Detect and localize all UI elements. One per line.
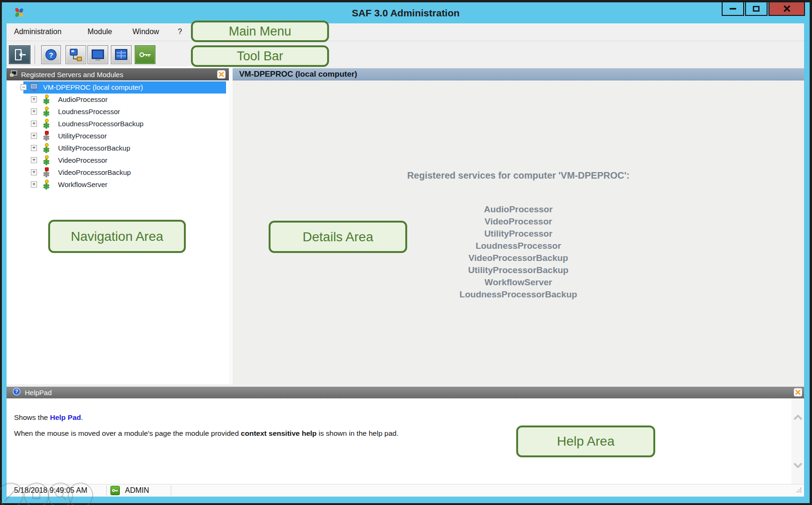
service-name: AudioProcessor <box>233 203 804 216</box>
expand-expander-icon[interactable]: + <box>31 181 37 188</box>
help-text: Shows the <box>14 413 50 421</box>
service-status-icon <box>42 167 51 178</box>
scroll-down-icon[interactable] <box>791 458 804 472</box>
servers-pad-icon <box>10 70 17 79</box>
menu-help[interactable]: ? <box>178 28 182 36</box>
resize-grip[interactable] <box>796 487 802 495</box>
tree-item[interactable]: + WorkflowS <box>7 179 229 191</box>
menu-administration[interactable]: Administration <box>14 28 61 36</box>
panel-splitter[interactable] <box>229 66 233 384</box>
tree-item-label[interactable]: VideoProcessorBackup <box>58 168 131 176</box>
maximize-button[interactable] <box>745 1 768 16</box>
navigation-close-icon[interactable] <box>218 71 225 78</box>
svg-text:?: ? <box>49 51 53 59</box>
service-status-icon <box>42 107 51 117</box>
expand-expander-icon[interactable]: + <box>31 121 37 127</box>
minimize-icon <box>729 7 737 10</box>
tree-item-label[interactable]: UtilityProcessorBackup <box>58 144 130 152</box>
gear-icon <box>43 98 50 105</box>
tree-item[interactable]: + UtilityPr <box>7 130 229 142</box>
menu-window[interactable]: Window <box>132 28 159 36</box>
help-text: . <box>81 413 83 421</box>
helppad-close-icon[interactable] <box>794 389 802 396</box>
client-area: Administration Module Window ? ? <box>7 23 804 497</box>
toolbar: ? <box>7 41 804 66</box>
service-status-icon <box>42 180 51 190</box>
service-name: WorkflowServer <box>233 276 804 289</box>
tree-item-label[interactable]: AudioProcessor <box>58 95 108 103</box>
details-screen-icon <box>90 48 105 61</box>
exit-door-icon <box>12 48 27 61</box>
tree-item[interactable]: + UtilityPr <box>7 142 229 154</box>
tree-children: + AudioProc <box>7 94 229 191</box>
saf-admin-window: SAF 3.0 Administration Administration Mo… <box>0 0 812 505</box>
service-status-icon <box>42 155 51 166</box>
exit-button[interactable] <box>9 45 30 64</box>
annotation-details-area: Details Area <box>269 221 407 253</box>
status-user: ADMIN <box>125 486 149 495</box>
help-question-icon: ? <box>44 48 58 61</box>
expand-expander-icon[interactable]: + <box>31 108 37 115</box>
navigation-pad-button[interactable] <box>66 45 86 64</box>
expand-expander-icon[interactable]: + <box>31 96 37 102</box>
titlebar[interactable]: SAF 3.0 Administration <box>2 2 810 23</box>
tree-item-label[interactable]: LoudnessProcessor <box>58 108 120 115</box>
details-pad-button[interactable] <box>88 45 108 64</box>
status-bar: 5/18/2018 9:49:05 AM ADMIN <box>7 484 804 497</box>
tree-item[interactable]: + AudioProc <box>7 94 229 106</box>
helppad-question-icon: ? <box>13 388 21 397</box>
tree-item-label[interactable]: UtilityProcessor <box>58 132 107 140</box>
server-tree: − VM-DPEPROC (local computer) <box>7 81 229 191</box>
menu-module[interactable]: Module <box>88 28 112 36</box>
expand-expander-icon[interactable]: + <box>31 169 37 175</box>
details-heading: Registered services for computer 'VM-DPE… <box>233 80 804 181</box>
status-separator <box>106 485 107 496</box>
minimize-button[interactable] <box>722 1 744 16</box>
module-list-icon <box>114 48 129 61</box>
tree-item-label[interactable]: VideoProcessor <box>58 156 108 164</box>
module-list-button[interactable] <box>111 45 132 64</box>
tree-item[interactable]: + LoudnessP <box>7 118 229 130</box>
close-button[interactable] <box>768 1 805 16</box>
gear-icon <box>43 122 50 129</box>
help-text: When the mouse is moved over a module's … <box>14 429 241 437</box>
gear-icon <box>43 146 50 153</box>
tree-item[interactable]: + VideoProc <box>7 166 229 179</box>
help-scrollbar[interactable] <box>791 398 804 484</box>
help-line-1: Shows the Help Pad. <box>14 413 83 422</box>
service-name: VideoProcessorBackup <box>233 252 804 264</box>
gear-icon <box>43 183 50 190</box>
login-key-button[interactable] <box>135 45 155 64</box>
help-pad-link[interactable]: Help Pad <box>50 413 81 421</box>
maximize-icon <box>753 6 760 12</box>
scroll-up-icon[interactable] <box>791 411 804 425</box>
annotation-main-menu: Main Menu <box>191 21 329 42</box>
expand-expander-icon[interactable]: + <box>31 133 37 139</box>
navigation-header: Registered Servers and Modules <box>7 68 229 80</box>
tree-item[interactable]: + VideoProc <box>7 154 229 166</box>
login-key-icon <box>138 48 153 61</box>
help-text-bold: context sensitive help <box>241 429 317 437</box>
collapse-expander-icon[interactable]: − <box>21 84 27 90</box>
helppad-title: HelpPad <box>25 389 52 397</box>
tree-item[interactable]: + LoudnessP <box>7 106 229 118</box>
service-status-icon <box>42 143 51 153</box>
details-header: VM-DPEPROC (local computer) <box>233 68 804 80</box>
tree-root-server[interactable]: − VM-DPEPROC (local computer) <box>7 81 229 94</box>
gear-icon <box>43 134 50 141</box>
window-title: SAF 3.0 Administration <box>2 2 810 23</box>
navigation-header-title: Registered Servers and Modules <box>21 71 123 79</box>
close-icon <box>783 5 791 12</box>
help-button[interactable]: ? <box>41 45 61 64</box>
expand-expander-icon[interactable]: + <box>31 157 37 163</box>
navigation-pad-icon <box>68 48 83 62</box>
watermark-pencil-icon <box>0 483 23 505</box>
expand-expander-icon[interactable]: + <box>31 145 37 151</box>
status-separator <box>171 485 171 496</box>
computer-icon <box>30 83 39 94</box>
main-menu-bar: Administration Module Window ? <box>7 23 804 41</box>
tree-root-label[interactable]: VM-DPEPROC (local computer) <box>43 83 143 91</box>
tree-item-label[interactable]: LoudnessProcessorBackup <box>58 120 144 128</box>
tree-item-label[interactable]: WorkflowServer <box>58 180 108 188</box>
annotation-help-area: Help Area <box>516 426 655 457</box>
